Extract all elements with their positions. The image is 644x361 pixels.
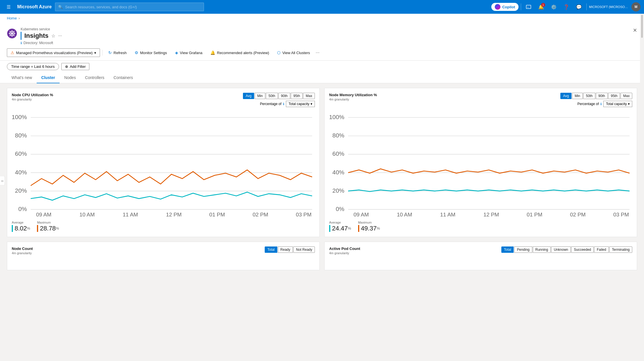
copilot-button[interactable]: Copilot bbox=[491, 3, 519, 11]
pod-stat-buttons: Total Pending Running Unknown Succeeded … bbox=[501, 246, 632, 253]
pod-count-title: Active Pod Count bbox=[329, 246, 360, 251]
cpu-capacity-dropdown[interactable]: Total capacity ▾ bbox=[286, 101, 315, 107]
svg-text:60%: 60% bbox=[332, 150, 344, 157]
svg-text:11 AM: 11 AM bbox=[123, 212, 138, 218]
sidebar-collapse-button[interactable]: ›› bbox=[0, 176, 5, 185]
cloud-shell-button[interactable]: >_ bbox=[523, 2, 534, 12]
azure-brand: Microsoft Azure bbox=[17, 4, 52, 9]
tab-nodes[interactable]: Nodes bbox=[60, 72, 80, 83]
node-stat-buttons: Total Ready Not Ready bbox=[265, 246, 315, 253]
recommended-alerts-button[interactable]: 🔔 Recommended alerts (Preview) bbox=[207, 49, 272, 57]
cpu-stat-max[interactable]: Max bbox=[303, 93, 315, 99]
favorite-icon[interactable]: ☆ bbox=[51, 33, 55, 39]
pod-stat-pending[interactable]: Pending bbox=[514, 246, 532, 253]
pod-stat-succeeded[interactable]: Succeeded bbox=[571, 246, 594, 253]
help-button[interactable]: ❓ bbox=[561, 2, 572, 12]
hamburger-menu[interactable]: ☰ bbox=[3, 2, 14, 12]
toolbar-more-button[interactable]: ··· bbox=[315, 49, 321, 56]
main-content: Kubernetes service Insights ☆ ··· ℹ Dire… bbox=[0, 23, 644, 360]
svg-text:11 AM: 11 AM bbox=[440, 212, 455, 218]
monitor-settings-button[interactable]: ⚙ Monitor Settings bbox=[131, 49, 170, 57]
more-options-icon[interactable]: ··· bbox=[58, 33, 62, 38]
svg-text:40%: 40% bbox=[15, 169, 27, 175]
memory-percentage-of: Percentage of ℹ Total capacity ▾ bbox=[578, 101, 632, 107]
toolbar: ⚠ Managed Prometheus visualizations (Pre… bbox=[0, 45, 644, 61]
scrollbar[interactable] bbox=[640, 14, 644, 360]
memory-max-value: 49.37 bbox=[361, 225, 377, 232]
feedback-button[interactable]: 💬 bbox=[574, 2, 584, 12]
page-title: Insights bbox=[24, 32, 48, 40]
node-stat-total[interactable]: Total bbox=[265, 246, 277, 253]
svg-text:80%: 80% bbox=[15, 132, 27, 139]
tab-cluster[interactable]: Cluster bbox=[37, 72, 60, 83]
svg-text:09 AM: 09 AM bbox=[36, 212, 52, 218]
memory-chart-title: Node Memory Utilization % bbox=[329, 93, 377, 97]
pod-stat-unknown[interactable]: Unknown bbox=[551, 246, 571, 253]
memory-stat-buttons: Avg Min 50th 90th 95th Max bbox=[560, 93, 632, 99]
scrollbar-thumb[interactable] bbox=[641, 15, 643, 38]
pod-count-header: Active Pod Count 4m granularity Total Pe… bbox=[329, 246, 632, 255]
notifications-button[interactable]: 🔔 1 bbox=[536, 2, 546, 12]
cpu-stat-90th[interactable]: 90th bbox=[278, 93, 290, 99]
prometheus-dropdown-button[interactable]: ⚠ Managed Prometheus visualizations (Pre… bbox=[7, 48, 100, 57]
memory-capacity-dropdown[interactable]: Total capacity ▾ bbox=[603, 101, 632, 107]
breadcrumb: Home › bbox=[0, 14, 644, 23]
cpu-stat-avg[interactable]: Avg bbox=[243, 93, 254, 99]
pod-stat-failed[interactable]: Failed bbox=[594, 246, 609, 253]
memory-max-legend: Maximum 49.37 % bbox=[358, 221, 380, 232]
svg-text:60%: 60% bbox=[15, 150, 27, 157]
node-stat-not-ready[interactable]: Not Ready bbox=[293, 246, 315, 253]
settings-button[interactable]: ⚙️ bbox=[549, 2, 559, 12]
tab-controllers[interactable]: Controllers bbox=[80, 72, 109, 83]
breadcrumb-sep: › bbox=[19, 16, 20, 20]
memory-chart-svg-container: 100% 80% 60% 40% 20% 0% bbox=[329, 109, 632, 218]
cpu-max-legend: Maximum 28.78 % bbox=[37, 221, 59, 232]
cpu-stat-95th[interactable]: 95th bbox=[291, 93, 303, 99]
filters-row: Time range = Last 6 hours ⊕ Add Filter bbox=[0, 61, 644, 72]
memory-chart-granularity: 4m granularity bbox=[329, 98, 377, 101]
memory-avg-value-row: 24.47 % bbox=[329, 225, 351, 232]
add-filter-button[interactable]: ⊕ Add Filter bbox=[61, 63, 90, 70]
breadcrumb-home[interactable]: Home bbox=[7, 16, 17, 20]
cpu-stat-50th[interactable]: 50th bbox=[266, 93, 278, 99]
dropdown-arrow-icon: ▾ bbox=[311, 102, 312, 106]
user-display-name[interactable]: MICROSOFT (MICROSOFT.ONMI... bbox=[589, 5, 629, 9]
pod-stat-terminating[interactable]: Terminating bbox=[609, 246, 632, 253]
pod-stat-total[interactable]: Total bbox=[501, 246, 514, 253]
top-nav-right: Copilot >_ 🔔 1 ⚙️ ❓ 💬 MICROSOFT (MICROSO… bbox=[491, 2, 641, 12]
view-all-clusters-button[interactable]: ⬡ View All Clusters bbox=[274, 49, 313, 57]
cpu-chart-svg-container: 100% 80% 60% 40% 20% 0% bbox=[12, 109, 315, 218]
global-search[interactable]: 🔍 Search resources, services, and docs (… bbox=[55, 3, 204, 11]
filter-icon: ⊕ bbox=[65, 64, 68, 69]
memory-stat-min[interactable]: Min bbox=[572, 93, 583, 99]
title-divider bbox=[21, 32, 21, 40]
memory-stat-max[interactable]: Max bbox=[621, 93, 632, 99]
node-stat-ready[interactable]: Ready bbox=[278, 246, 293, 253]
collapse-chevron-icon: ›› bbox=[1, 179, 3, 183]
memory-stat-50th[interactable]: 50th bbox=[583, 93, 595, 99]
svg-text:100%: 100% bbox=[12, 114, 27, 120]
memory-chart-title-area: Node Memory Utilization % 4m granularity bbox=[329, 93, 377, 101]
user-avatar[interactable]: M bbox=[631, 2, 641, 11]
node-count-header: Node Count 4m granularity Total Ready No… bbox=[12, 246, 315, 255]
pod-count-title-area: Active Pod Count 4m granularity bbox=[329, 246, 360, 255]
memory-chart-svg: 100% 80% 60% 40% 20% 0% bbox=[329, 109, 632, 218]
tab-containers[interactable]: Containers bbox=[109, 72, 138, 83]
memory-stat-90th[interactable]: 90th bbox=[596, 93, 608, 99]
cpu-avg-unit: % bbox=[27, 226, 30, 230]
cpu-chart-granularity: 4m granularity bbox=[12, 98, 53, 101]
close-button[interactable]: ✕ bbox=[633, 27, 637, 33]
memory-chart-header: Node Memory Utilization % 4m granularity… bbox=[329, 93, 632, 107]
kubernetes-icon bbox=[7, 28, 17, 39]
time-range-filter[interactable]: Time range = Last 6 hours bbox=[7, 63, 59, 70]
cpu-avg-color-bar bbox=[12, 225, 13, 232]
cpu-stat-min[interactable]: Min bbox=[255, 93, 265, 99]
cpu-max-label: Maximum bbox=[37, 221, 59, 224]
memory-stat-95th[interactable]: 95th bbox=[608, 93, 620, 99]
memory-stat-avg[interactable]: Avg bbox=[560, 93, 571, 99]
directory-label: Directory: Microsoft bbox=[23, 41, 53, 45]
pod-stat-running[interactable]: Running bbox=[533, 246, 551, 253]
tab-whats-new[interactable]: What's new bbox=[7, 72, 37, 83]
refresh-button[interactable]: ↻ Refresh bbox=[105, 49, 130, 57]
view-grafana-button[interactable]: ◈ View Grafana bbox=[172, 49, 206, 57]
